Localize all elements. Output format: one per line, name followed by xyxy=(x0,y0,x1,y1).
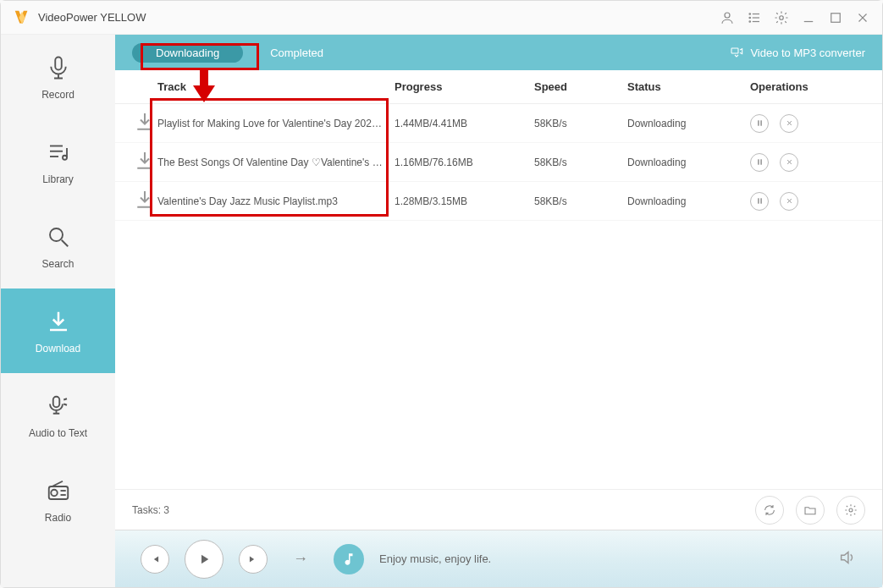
svg-point-0 xyxy=(725,13,730,18)
track-progress: 1.28MB/3.15MB xyxy=(395,195,534,207)
svg-point-17 xyxy=(50,228,63,241)
search-icon xyxy=(44,223,73,251)
sidebar-item-label: Library xyxy=(42,173,74,185)
app-title: VideoPower YELLOW xyxy=(38,11,146,24)
video-to-mp3-link[interactable]: Video to MP3 converter xyxy=(730,45,865,61)
col-status: Status xyxy=(627,80,750,93)
sidebar-item-radio[interactable]: Radio xyxy=(1,458,115,542)
svg-point-3 xyxy=(749,17,751,19)
settings-button[interactable] xyxy=(836,496,865,525)
pause-button[interactable] xyxy=(750,192,769,211)
svg-rect-26 xyxy=(760,120,761,125)
track-status: Downloading xyxy=(627,118,750,129)
player-tagline: Enjoy music, enjoy life. xyxy=(379,552,823,565)
library-icon xyxy=(44,138,73,167)
maximize-icon[interactable] xyxy=(828,10,843,25)
pause-button[interactable] xyxy=(750,114,769,133)
player-bar: → Enjoy music, enjoy life. xyxy=(115,530,882,587)
folder-button[interactable] xyxy=(796,496,825,525)
pause-button[interactable] xyxy=(750,153,769,172)
list-icon[interactable] xyxy=(747,10,762,25)
audio-to-text-icon xyxy=(44,392,73,420)
prev-button[interactable] xyxy=(141,545,169,574)
sidebar: Record Library Search Download Audio to … xyxy=(1,35,115,587)
track-name: Valentine's Day Jazz Music Playlist.mp3 xyxy=(157,195,395,207)
download-row-icon xyxy=(132,164,157,176)
footer-bar: Tasks: 3 xyxy=(115,489,882,530)
content-area: Downloading Completed Video to MP3 conve… xyxy=(115,35,882,587)
svg-point-5 xyxy=(749,20,751,22)
download-row-icon xyxy=(132,203,157,215)
svg-rect-12 xyxy=(55,58,62,70)
shuffle-icon[interactable]: → xyxy=(293,550,308,568)
track-speed: 58KB/s xyxy=(534,157,627,168)
track-status: Downloading xyxy=(627,195,750,207)
svg-line-18 xyxy=(61,240,68,247)
table-row[interactable]: The Best Songs Of Valentine Day ♡Valenti… xyxy=(115,143,882,182)
table-row[interactable]: Playlist for Making Love for Valentine's… xyxy=(115,104,882,143)
svg-rect-34 xyxy=(760,198,761,203)
gear-icon[interactable] xyxy=(774,10,789,25)
refresh-button[interactable] xyxy=(755,496,784,525)
sidebar-item-audio-to-text[interactable]: Audio to Text xyxy=(1,373,115,458)
titlebar: VideoPower YELLOW xyxy=(1,1,882,35)
music-badge-icon xyxy=(334,544,364,574)
sidebar-item-label: Audio to Text xyxy=(29,427,87,439)
user-icon[interactable] xyxy=(720,10,735,25)
sidebar-item-label: Download xyxy=(36,343,80,354)
col-track: Track xyxy=(157,80,395,93)
track-name: The Best Songs Of Valentine Day ♡Valenti… xyxy=(157,157,395,168)
track-name: Playlist for Making Love for Valentine's… xyxy=(157,118,395,129)
download-list: Playlist for Making Love for Valentine's… xyxy=(115,104,882,221)
cancel-button[interactable] xyxy=(780,153,798,172)
sidebar-item-record[interactable]: Record xyxy=(1,35,115,119)
tasks-count: Tasks: 3 xyxy=(132,504,169,516)
track-progress: 1.44MB/4.41MB xyxy=(395,118,534,129)
track-speed: 58KB/s xyxy=(534,118,627,129)
sidebar-item-label: Record xyxy=(41,89,75,101)
cancel-button[interactable] xyxy=(780,192,798,211)
converter-icon xyxy=(730,45,743,61)
svg-point-7 xyxy=(780,15,784,19)
volume-icon[interactable] xyxy=(838,548,857,570)
sidebar-item-label: Search xyxy=(41,258,74,270)
svg-point-20 xyxy=(51,490,58,497)
sidebar-item-library[interactable]: Library xyxy=(1,119,115,204)
track-status: Downloading xyxy=(627,157,750,168)
col-progress: Progress xyxy=(395,80,534,93)
table-row[interactable]: Valentine's Day Jazz Music Playlist.mp3 … xyxy=(115,182,882,221)
tab-downloading[interactable]: Downloading xyxy=(132,43,243,63)
track-speed: 58KB/s xyxy=(534,195,627,207)
microphone-icon xyxy=(44,53,73,82)
play-button[interactable] xyxy=(185,540,224,579)
minimize-icon[interactable] xyxy=(801,10,816,25)
download-icon xyxy=(44,307,73,336)
cancel-button[interactable] xyxy=(780,114,798,133)
sidebar-item-search[interactable]: Search xyxy=(1,204,115,289)
svg-rect-33 xyxy=(758,198,759,203)
svg-rect-29 xyxy=(758,159,759,164)
table-header: Track Progress Speed Status Operations xyxy=(115,70,882,104)
track-progress: 1.16MB/76.16MB xyxy=(395,157,534,168)
close-icon[interactable] xyxy=(855,10,870,25)
svg-point-37 xyxy=(849,508,853,512)
svg-rect-30 xyxy=(760,159,761,164)
col-operations: Operations xyxy=(750,80,865,93)
tab-completed[interactable]: Completed xyxy=(260,43,334,63)
svg-point-1 xyxy=(749,13,751,14)
tab-row: Downloading Completed Video to MP3 conve… xyxy=(115,35,882,70)
svg-rect-25 xyxy=(758,120,759,125)
download-row-icon xyxy=(132,125,157,137)
sidebar-item-download[interactable]: Download xyxy=(1,289,115,373)
next-button[interactable] xyxy=(239,545,268,574)
svg-rect-9 xyxy=(831,13,841,22)
app-logo-icon xyxy=(13,8,31,27)
col-speed: Speed xyxy=(534,80,627,93)
radio-icon xyxy=(44,476,73,505)
svg-rect-24 xyxy=(731,48,738,53)
sidebar-item-label: Radio xyxy=(45,512,71,524)
